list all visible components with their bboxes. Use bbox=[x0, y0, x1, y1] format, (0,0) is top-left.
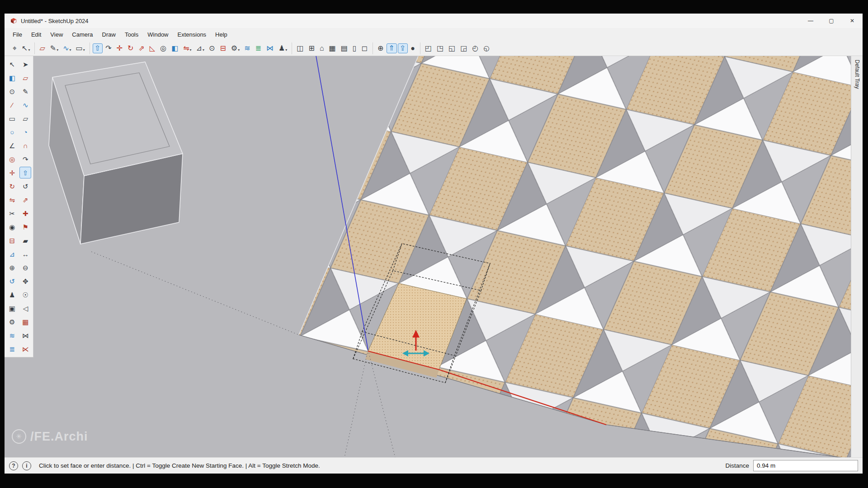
pie-icon[interactable]: ◔ bbox=[19, 126, 31, 138]
info-icon[interactable]: i bbox=[22, 461, 31, 470]
joint-push-pull-icon[interactable]: ⇑ bbox=[387, 43, 396, 53]
twist-icon[interactable]: ↺ bbox=[19, 180, 31, 192]
hatch-icon[interactable]: ▦ bbox=[19, 316, 31, 328]
push-pull-icon[interactable]: ⇧ bbox=[93, 43, 103, 53]
house-icon[interactable]: ⌂ bbox=[318, 43, 326, 53]
scale-icon[interactable]: ⇗ bbox=[19, 194, 31, 206]
freehand-icon[interactable]: ∿ bbox=[19, 99, 31, 111]
zoom-window-icon[interactable]: ⌖ bbox=[11, 43, 19, 53]
classifier-icon[interactable]: ⚙▾ bbox=[229, 43, 241, 53]
move-icon[interactable]: ✛ bbox=[6, 167, 18, 178]
speaker-icon[interactable]: ◁ bbox=[19, 302, 31, 314]
align-left-icon[interactable]: ◰ bbox=[423, 43, 434, 53]
menu-file[interactable]: File bbox=[8, 29, 27, 40]
mirror-icon[interactable]: ⋉ bbox=[19, 343, 31, 355]
pencil-icon[interactable]: ✎ bbox=[19, 85, 31, 97]
rotate-icon[interactable]: ↻ bbox=[6, 180, 18, 192]
paint-bucket-icon[interactable]: ◧ bbox=[170, 43, 180, 53]
3d-viewport-canvas[interactable] bbox=[5, 56, 851, 457]
clipboard-icon[interactable]: ▤ bbox=[339, 43, 350, 53]
flip-icon[interactable]: ⇋▾ bbox=[181, 43, 193, 53]
rotated-rectangle-icon[interactable]: ▱ bbox=[19, 113, 31, 124]
person-icon[interactable]: ♟▾ bbox=[277, 43, 289, 53]
weld-icon[interactable]: ✚ bbox=[19, 207, 31, 219]
paint-bucket-icon[interactable]: ◧ bbox=[6, 72, 18, 84]
section-plane-icon[interactable]: ⊟ bbox=[6, 235, 18, 246]
select-arrow-icon[interactable]: ↖ bbox=[6, 58, 18, 70]
sphere-icon[interactable]: ● bbox=[409, 43, 417, 53]
polygon-icon[interactable]: ∠ bbox=[6, 140, 18, 151]
tape-measure-icon[interactable]: ⊿ bbox=[6, 248, 18, 260]
lasso-icon[interactable]: ➤ bbox=[19, 58, 31, 70]
eye-icon[interactable]: ◉ bbox=[6, 221, 18, 233]
align-top-icon[interactable]: ◳ bbox=[435, 43, 446, 53]
scale-icon[interactable]: ⇗ bbox=[137, 43, 146, 53]
menu-edit[interactable]: Edit bbox=[27, 29, 46, 40]
select-icon[interactable]: ↖▾ bbox=[20, 43, 32, 53]
menu-tools[interactable]: Tools bbox=[120, 29, 143, 40]
flag-icon[interactable]: ⚑ bbox=[19, 221, 31, 233]
pan-icon[interactable]: ✥ bbox=[19, 275, 31, 287]
align-bottom-icon[interactable]: ◲ bbox=[458, 43, 469, 53]
solid-subtract-icon[interactable]: ≣ bbox=[254, 43, 264, 53]
menu-help[interactable]: Help bbox=[211, 29, 232, 40]
maximize-button[interactable]: ▢ bbox=[821, 14, 842, 28]
zoom-window-icon[interactable]: ⊖ bbox=[19, 262, 31, 273]
frame-icon[interactable]: ◻ bbox=[360, 43, 370, 53]
default-tray-strip[interactable]: Default Tray bbox=[851, 56, 863, 457]
scissors-icon[interactable]: ✂ bbox=[6, 207, 18, 219]
settings-icon[interactable]: ⚙ bbox=[6, 316, 18, 328]
menu-draw[interactable]: Draw bbox=[98, 29, 120, 40]
menu-view[interactable]: View bbox=[46, 29, 67, 40]
look-around-icon[interactable]: ☉ bbox=[19, 289, 31, 300]
compass-icon[interactable]: ⊕ bbox=[376, 43, 386, 53]
distribute-h-icon[interactable]: ◴ bbox=[470, 43, 481, 53]
zoom-icon[interactable]: ⊙ bbox=[207, 43, 217, 53]
arc-icon[interactable]: ∩ bbox=[19, 140, 31, 151]
rectangle-icon[interactable]: ▭ bbox=[6, 113, 18, 124]
rectangle-icon[interactable]: ▭▾ bbox=[74, 43, 87, 53]
distance-input[interactable] bbox=[753, 460, 858, 471]
stack-icon[interactable]: ≣ bbox=[6, 343, 18, 355]
push-pull-icon[interactable]: ⇧ bbox=[19, 167, 31, 178]
offset-icon[interactable]: ◎ bbox=[158, 43, 169, 53]
close-button[interactable]: ✕ bbox=[842, 14, 863, 28]
pencil-icon[interactable]: ✎▾ bbox=[48, 43, 60, 53]
vector-push-pull-icon[interactable]: ⇪ bbox=[398, 43, 408, 53]
stamp-icon[interactable]: ⊙ bbox=[6, 85, 18, 97]
component-icon[interactable]: ⊞ bbox=[307, 43, 316, 53]
layers-icon[interactable]: ≋ bbox=[6, 329, 18, 341]
zoom-in-icon[interactable]: ⊕ bbox=[6, 262, 18, 273]
minimize-button[interactable]: — bbox=[800, 14, 821, 28]
rotate-icon[interactable]: ↻ bbox=[126, 43, 136, 53]
line-icon[interactable]: ∕ bbox=[6, 99, 18, 111]
walk-icon[interactable]: ♟ bbox=[6, 289, 18, 300]
solid-tools-icon[interactable]: ⋈ bbox=[19, 329, 31, 341]
solid-trim-icon[interactable]: ⋈ bbox=[264, 43, 276, 53]
plane-icon[interactable]: ▰ bbox=[19, 235, 31, 246]
section-plane-icon[interactable]: ⊟ bbox=[218, 43, 228, 53]
menu-window[interactable]: Window bbox=[143, 29, 173, 40]
paste-box-icon[interactable]: ◫ bbox=[295, 43, 306, 53]
menu-extensions[interactable]: Extensions bbox=[173, 29, 211, 40]
align-right-icon[interactable]: ◱ bbox=[447, 43, 458, 53]
help-icon[interactable]: ? bbox=[9, 461, 18, 470]
move-icon[interactable]: ✛ bbox=[115, 43, 125, 53]
freehand-icon[interactable]: ∿▾ bbox=[61, 43, 73, 53]
camera-icon[interactable]: ▣ bbox=[6, 302, 18, 314]
schedule-icon[interactable]: ▦ bbox=[327, 43, 338, 53]
menu-camera[interactable]: Camera bbox=[67, 29, 97, 40]
eraser-icon[interactable]: ▱ bbox=[19, 72, 31, 84]
distribute-v-icon[interactable]: ◵ bbox=[481, 43, 492, 53]
follow-me-icon[interactable]: ↷ bbox=[104, 43, 113, 53]
follow-me-icon[interactable]: ↷ bbox=[19, 153, 31, 165]
flip-icon[interactable]: ⇋ bbox=[6, 194, 18, 206]
dimension-icon[interactable]: ↔ bbox=[19, 248, 31, 260]
solid-union-icon[interactable]: ≋ bbox=[242, 43, 252, 53]
circle-icon[interactable]: ○ bbox=[6, 126, 18, 138]
protractor-icon[interactable]: ◺ bbox=[148, 43, 157, 53]
page-icon[interactable]: ▯ bbox=[351, 43, 359, 53]
tape-measure-icon[interactable]: ⊿▾ bbox=[194, 43, 206, 53]
offset-icon[interactable]: ◎ bbox=[6, 153, 18, 165]
eraser-icon[interactable]: ▱ bbox=[38, 43, 47, 53]
